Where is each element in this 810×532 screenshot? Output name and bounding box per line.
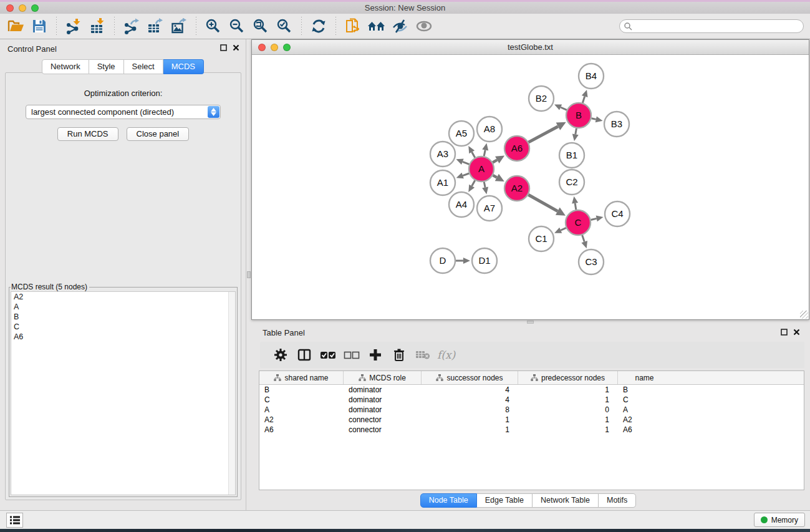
- network-close-button[interactable]: [258, 44, 266, 51]
- save-session-button[interactable]: [27, 16, 51, 36]
- close-panel-icon[interactable]: [793, 329, 800, 336]
- column-header-predecessor-nodes[interactable]: predecessor nodes: [518, 371, 618, 384]
- export-network-button[interactable]: [120, 16, 143, 36]
- import-table-button[interactable]: [85, 16, 109, 36]
- result-scrollbar[interactable]: [228, 292, 235, 495]
- tab-style[interactable]: Style: [89, 59, 124, 74]
- table-row[interactable]: A2connector11A2: [259, 415, 804, 425]
- function-builder-button[interactable]: f(x): [437, 349, 455, 361]
- zoom-window-button[interactable]: [31, 4, 39, 12]
- first-neighbors-button[interactable]: [365, 16, 388, 36]
- add-column-button[interactable]: [365, 345, 386, 365]
- delete-column-button[interactable]: [388, 345, 410, 365]
- mcds-result-item[interactable]: B: [11, 312, 235, 322]
- column-header-name[interactable]: name: [618, 371, 671, 384]
- float-panel-icon[interactable]: [781, 329, 788, 336]
- close-window-button[interactable]: [6, 4, 14, 12]
- column-header-shared-name[interactable]: shared name: [259, 371, 344, 384]
- table-cell[interactable]: C: [259, 395, 344, 405]
- network-minimize-button[interactable]: [271, 44, 278, 51]
- open-file-button[interactable]: [4, 16, 27, 36]
- memory-label: Memory: [771, 516, 798, 525]
- table-row[interactable]: Bdominator41B: [259, 385, 804, 395]
- table-cell[interactable]: A2: [618, 415, 671, 425]
- node-label-A8: A8: [484, 123, 495, 134]
- table-cell[interactable]: 4: [422, 385, 518, 395]
- zoom-selected-button[interactable]: [272, 16, 296, 36]
- tab-network-table[interactable]: Network Table: [533, 493, 599, 508]
- table-cell[interactable]: connector: [344, 415, 422, 425]
- table-cell[interactable]: B: [259, 385, 344, 395]
- gear-button[interactable]: [270, 345, 291, 365]
- zoom-in-button[interactable]: [201, 16, 225, 36]
- delete-table-button[interactable]: [412, 345, 433, 365]
- column-header-successor-nodes[interactable]: successor nodes: [422, 371, 518, 384]
- export-image-button[interactable]: [167, 16, 191, 36]
- table-cell[interactable]: dominator: [344, 385, 422, 395]
- task-history-button[interactable]: [6, 513, 23, 528]
- column-header-MCDS-role[interactable]: MCDS role: [344, 371, 422, 384]
- close-panel-icon[interactable]: [233, 44, 239, 51]
- mcds-result-item[interactable]: A: [11, 302, 235, 312]
- table-cell[interactable]: 1: [422, 415, 518, 425]
- float-panel-icon[interactable]: [220, 44, 227, 51]
- zoom-out-button[interactable]: [225, 16, 249, 36]
- mcds-result-item[interactable]: A6: [11, 332, 235, 342]
- memory-button[interactable]: Memory: [754, 513, 805, 527]
- vertical-scrollbar-thumb[interactable]: [247, 271, 251, 278]
- minimize-window-button[interactable]: [19, 4, 26, 12]
- deselect-all-button[interactable]: [341, 345, 362, 365]
- tab-mcds[interactable]: MCDS: [163, 59, 204, 74]
- search-input[interactable]: [632, 22, 799, 31]
- table-cell[interactable]: 1: [518, 425, 618, 435]
- table-cell[interactable]: 0: [518, 405, 618, 415]
- network-canvas[interactable]: B4B2BB3A8A5A6A3B1AC2A1A2A4A7C4CC1DD1C3: [252, 55, 809, 319]
- table-cell[interactable]: A: [618, 405, 671, 415]
- export-table-button[interactable]: [143, 16, 167, 36]
- table-cell[interactable]: A6: [618, 425, 671, 435]
- table-row[interactable]: Adominator80A: [259, 405, 804, 415]
- table-cell[interactable]: A2: [259, 415, 344, 425]
- table-cell[interactable]: 1: [518, 395, 618, 405]
- hide-selected-button[interactable]: [388, 16, 412, 36]
- tab-motifs[interactable]: Motifs: [599, 493, 636, 508]
- table-cell[interactable]: dominator: [344, 405, 422, 415]
- close-panel-button[interactable]: Close panel: [127, 127, 190, 141]
- table-cell[interactable]: 1: [518, 385, 618, 395]
- select-all-button[interactable]: [317, 345, 339, 365]
- table-cell[interactable]: C: [618, 395, 671, 405]
- table-cell[interactable]: 1: [422, 425, 518, 435]
- network-from-file-button[interactable]: [341, 16, 365, 36]
- resize-grip[interactable]: [800, 311, 808, 319]
- criterion-dropdown[interactable]: largest connected component (directed): [26, 105, 221, 119]
- search-field[interactable]: [619, 19, 804, 33]
- tab-select[interactable]: Select: [124, 59, 163, 74]
- table-cell[interactable]: 4: [422, 395, 518, 405]
- table-cell[interactable]: B: [618, 385, 671, 395]
- node-label-B3: B3: [611, 118, 622, 129]
- zoom-fit-button[interactable]: [249, 16, 272, 36]
- mcds-result-list[interactable]: A2ABCA6: [11, 291, 236, 495]
- tab-network[interactable]: Network: [42, 59, 89, 74]
- table-cell[interactable]: connector: [344, 425, 422, 435]
- run-mcds-button[interactable]: Run MCDS: [57, 127, 118, 141]
- table-cell[interactable]: A: [259, 405, 344, 415]
- table-cell[interactable]: dominator: [344, 395, 422, 405]
- table-row[interactable]: A6connector11A6: [259, 425, 804, 435]
- table-toolbar: f(x): [260, 342, 804, 368]
- table-row[interactable]: Cdominator41C: [259, 395, 804, 405]
- mcds-result-item[interactable]: C: [11, 322, 235, 332]
- network-zoom-button[interactable]: [283, 44, 291, 51]
- table-cell[interactable]: A6: [259, 425, 344, 435]
- status-bar: Memory: [0, 510, 810, 529]
- tab-edge-table[interactable]: Edge Table: [477, 493, 533, 508]
- table-cell[interactable]: 1: [518, 415, 618, 425]
- refresh-button[interactable]: [307, 16, 330, 36]
- show-all-button[interactable]: [412, 16, 436, 36]
- tab-node-table[interactable]: Node Table: [420, 493, 477, 508]
- mcds-result-item[interactable]: A2: [11, 292, 235, 302]
- columns-button[interactable]: [294, 345, 315, 365]
- import-network-button[interactable]: [62, 16, 85, 36]
- table-cell[interactable]: 8: [422, 405, 518, 415]
- horizontal-scrollbar-thumb[interactable]: [527, 321, 534, 324]
